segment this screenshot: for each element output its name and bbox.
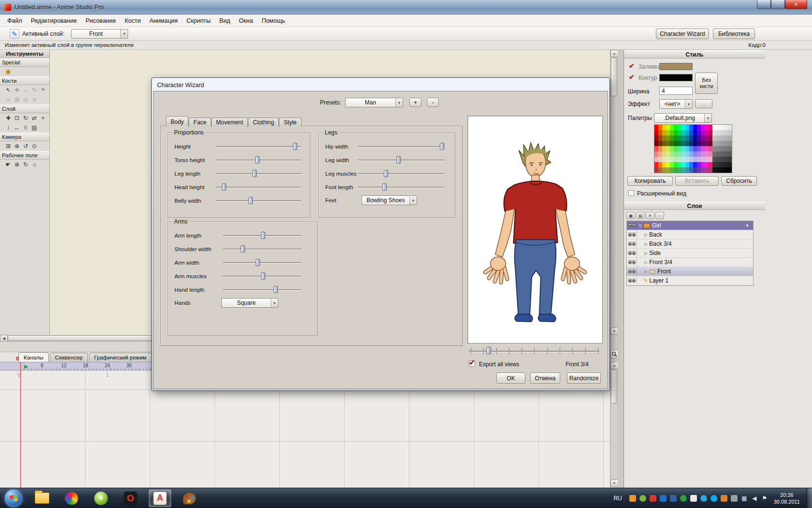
palette-color-swatch[interactable] — [728, 135, 732, 141]
palette-color-swatch[interactable] — [689, 125, 693, 130]
palette-color-swatch[interactable] — [674, 141, 678, 146]
timeline-tab-[interactable]: Каналы — [18, 352, 49, 362]
palette-color-swatch[interactable] — [716, 130, 720, 135]
palette-color-swatch[interactable] — [685, 141, 689, 146]
taskbar-clock[interactable]: 20:26 30.08.2011 — [774, 492, 800, 505]
palette-color-swatch[interactable] — [716, 141, 720, 146]
palette-color-swatch[interactable] — [720, 146, 724, 151]
layer-row-front-3-4[interactable]: ▷Front 3/4 — [627, 258, 753, 267]
palette-color-swatch[interactable] — [685, 151, 689, 157]
palette-color-swatch[interactable] — [720, 135, 724, 141]
hand-length-slider[interactable] — [223, 285, 301, 294]
palette-color-swatch[interactable] — [666, 146, 670, 151]
palette-color-swatch[interactable] — [689, 151, 693, 157]
translate-layer-tool[interactable]: ✚ — [4, 114, 13, 122]
new-layer-button[interactable]: ▣ — [626, 212, 635, 219]
palette-color-swatch[interactable] — [674, 135, 678, 141]
layer-expand-arrow[interactable]: ▷ — [643, 269, 649, 274]
palette-color-swatch[interactable] — [720, 130, 724, 135]
palette-color-swatch[interactable] — [689, 146, 693, 151]
minimize-button[interactable]: – — [757, 0, 771, 9]
palette-color-swatch[interactable] — [724, 135, 728, 141]
scale-layer-tool[interactable]: ⊡ — [13, 114, 21, 122]
slider-thumb[interactable] — [440, 143, 444, 150]
layer-expand-arrow[interactable]: ▽ — [637, 224, 643, 228]
palette-color-swatch[interactable] — [678, 135, 682, 141]
slider-track[interactable] — [358, 146, 445, 148]
palette-color-swatch[interactable] — [728, 130, 732, 135]
palette-color-swatch[interactable] — [666, 167, 670, 173]
slider-thumb[interactable] — [252, 170, 257, 177]
select-bone-tool[interactable]: ↖ — [4, 86, 13, 94]
palette-color-swatch[interactable] — [701, 162, 705, 167]
palette-color-swatch[interactable] — [712, 141, 716, 146]
timeline-zoom-button[interactable] — [610, 350, 618, 359]
rotate-layer-y-tool[interactable]: ↔ — [13, 123, 21, 132]
palette-color-swatch[interactable] — [654, 162, 658, 167]
palette-color-swatch[interactable] — [662, 125, 666, 130]
layer-row-layer-1[interactable]: ✎Layer 1 — [627, 276, 753, 285]
slider-track[interactable] — [216, 173, 301, 175]
palette-color-swatch[interactable] — [701, 130, 705, 135]
palette-color-swatch[interactable] — [689, 130, 693, 135]
palette-color-swatch[interactable] — [697, 162, 701, 167]
palette-color-swatch[interactable] — [678, 167, 682, 173]
layer-row-side[interactable]: ▷Side — [627, 249, 753, 258]
select-shape-tool[interactable]: ▣ — [4, 67, 13, 76]
slider-track[interactable] — [216, 146, 301, 148]
taskbar-paint-icon[interactable] — [178, 490, 201, 507]
palette-color-swatch[interactable] — [724, 146, 728, 151]
rotate-layer-tool[interactable]: ↻ — [21, 114, 30, 122]
palette-color-swatch[interactable] — [678, 141, 682, 146]
slider-track[interactable] — [223, 289, 301, 291]
slider-track[interactable] — [223, 249, 301, 250]
feet-dropdown[interactable]: Bowling Shoes▼ — [362, 195, 417, 205]
layer-visibility-eyes-icon[interactable] — [627, 230, 637, 239]
slider-track[interactable] — [223, 262, 301, 264]
add-bone-tool[interactable]: ⚑ — [39, 86, 47, 94]
palette-color-swatch[interactable] — [697, 125, 701, 130]
menu-item[interactable]: Окна — [234, 15, 257, 26]
layer-visibility-eyes-icon[interactable] — [627, 276, 637, 285]
shear-layer-tool[interactable]: ◊ — [21, 123, 30, 132]
palette-color-swatch[interactable] — [716, 162, 720, 167]
palette-color-swatch[interactable] — [685, 167, 689, 173]
palette-color-swatch[interactable] — [712, 157, 716, 162]
slider-thumb[interactable] — [241, 245, 245, 253]
palette-color-swatch[interactable] — [654, 157, 658, 162]
palette-color-swatch[interactable] — [716, 135, 720, 141]
slider-thumb[interactable] — [396, 156, 401, 164]
slider-track[interactable] — [358, 187, 445, 188]
palette-color-swatch[interactable] — [712, 167, 716, 173]
tray-messenger-icon[interactable] — [700, 495, 707, 502]
tray-cloud-icon[interactable] — [690, 495, 697, 502]
palette-color-swatch[interactable] — [662, 135, 666, 141]
palette-color-swatch[interactable] — [678, 146, 682, 151]
palette-color-swatch[interactable] — [712, 162, 716, 167]
palette-color-swatch[interactable] — [720, 151, 724, 157]
menu-item[interactable]: Скрипты — [182, 15, 215, 26]
palette-color-swatch[interactable] — [724, 130, 728, 135]
palette-color-swatch[interactable] — [712, 130, 716, 135]
palette-color-swatch[interactable] — [697, 135, 701, 141]
palette-color-swatch[interactable] — [658, 135, 662, 141]
flip-layer-tool[interactable]: ⇄ — [30, 114, 39, 122]
palette-color-swatch[interactable] — [666, 130, 670, 135]
palette-color-swatch[interactable] — [662, 162, 666, 167]
palette-color-swatch[interactable] — [658, 167, 662, 173]
layer-visibility-eyes-icon[interactable] — [627, 221, 637, 230]
palette-color-swatch[interactable] — [724, 167, 728, 173]
translate-bone-tool[interactable]: ✚ — [13, 86, 21, 94]
palette-color-swatch[interactable] — [712, 146, 716, 151]
palette-color-swatch[interactable] — [693, 141, 697, 146]
tray-volume-icon[interactable]: ◀ — [751, 495, 758, 502]
layer-expand-arrow[interactable]: ▷ — [643, 233, 649, 237]
palette-color-swatch[interactable] — [678, 162, 682, 167]
palette-color-swatch[interactable] — [689, 167, 693, 173]
layer-visibility-eyes-icon[interactable] — [627, 239, 637, 248]
palette-color-swatch[interactable] — [685, 125, 689, 130]
show-desktop-button[interactable] — [807, 488, 812, 508]
hands-dropdown[interactable]: Square▼ — [221, 298, 278, 308]
palette-color-swatch[interactable] — [705, 151, 709, 157]
palette-color-swatch[interactable] — [666, 162, 670, 167]
